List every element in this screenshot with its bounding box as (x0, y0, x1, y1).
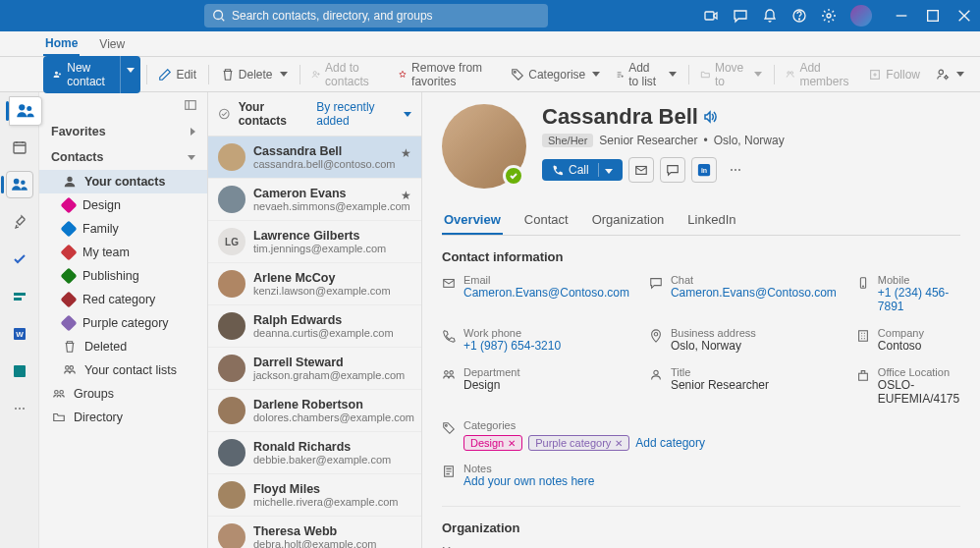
help-icon[interactable] (791, 8, 807, 24)
delete-button[interactable]: Delete (215, 64, 294, 85)
rail-files[interactable] (6, 208, 33, 236)
field-office: Office LocationOSLO-EUFEMIA/4175 (856, 366, 960, 406)
field-notes: Notes Add your own notes here (442, 463, 960, 488)
nav-item-publishing[interactable]: Publishing (39, 264, 207, 288)
add-notes-link[interactable]: Add your own notes here (463, 474, 594, 488)
nav-contacts[interactable]: Contacts (39, 144, 207, 170)
contact-name: Arlene McCoy (253, 271, 391, 285)
contact-name: Lawrence Gilberts (253, 229, 386, 243)
field-email: EmailCameron.Evans@Contoso.com (442, 274, 629, 313)
field-address: Business addressOslo, Norway (649, 327, 837, 353)
nav-item-my-team[interactable]: My team (39, 241, 207, 264)
group-icon (442, 368, 456, 382)
category-chip[interactable]: Purple category✕ (528, 435, 629, 451)
select-all-icon[interactable] (218, 107, 231, 121)
tab-contact[interactable]: Contact (522, 206, 571, 235)
more-actions[interactable]: ⋯ (723, 157, 748, 183)
svg-rect-22 (14, 293, 26, 296)
svg-point-34 (220, 109, 229, 118)
category-color-icon (61, 221, 78, 238)
svg-point-13 (788, 71, 790, 74)
nav-item-your-contacts[interactable]: Your contacts (39, 170, 207, 193)
search-placeholder: Search contacts, directory, and groups (232, 9, 433, 23)
add-to-list-button[interactable]: Add to list (610, 57, 681, 92)
nav-favorites[interactable]: Favorites (39, 119, 207, 144)
mobile-icon (856, 276, 870, 290)
office-icon (856, 368, 870, 382)
contact-row[interactable]: Ralph Edwardsdeanna.curtis@example.com (208, 305, 421, 348)
rail-more[interactable]: ⋯ (6, 395, 33, 422)
contact-row[interactable]: Darrell Stewardjackson.graham@example.co… (208, 348, 421, 390)
bell-icon[interactable] (762, 8, 778, 24)
tab-organization[interactable]: Organization (590, 206, 667, 235)
account-avatar[interactable] (850, 5, 872, 27)
rail-todo[interactable] (6, 246, 33, 273)
add-category-link[interactable]: Add category (635, 436, 705, 450)
linkedin-action[interactable]: in (691, 157, 717, 183)
nav-item-directory[interactable]: Directory (39, 406, 207, 429)
rail-calendar[interactable] (6, 134, 33, 161)
nav-item-red-category[interactable]: Red category (39, 288, 207, 311)
contact-email: jackson.graham@example.com (253, 369, 405, 381)
new-contact-button[interactable]: New contact (43, 56, 120, 93)
rail-people-popout[interactable] (9, 96, 42, 126)
close-button[interactable] (956, 8, 972, 24)
contact-name: Cameron Evans (253, 187, 410, 200)
nav-item-design[interactable]: Design (39, 193, 207, 217)
call-button[interactable]: Call (542, 159, 623, 181)
nav-item-your-contact-lists[interactable]: Your contact lists (39, 358, 207, 382)
favorite-star-icon[interactable]: ★ (401, 189, 411, 202)
pronounce-icon[interactable] (702, 109, 718, 125)
nav-item-label: Design (82, 198, 121, 212)
remove-favorites-button[interactable]: Remove from favorites (392, 57, 501, 92)
favorite-star-icon[interactable]: ★ (401, 146, 411, 160)
contact-row[interactable]: Floyd Milesmichelle.rivera@example.com (208, 474, 421, 517)
new-contact-dropdown[interactable] (120, 56, 140, 93)
contact-row[interactable]: Darlene Robertsondolores.chambers@exampl… (208, 390, 421, 432)
list-add-icon (616, 68, 625, 82)
meet-now-icon[interactable] (703, 8, 719, 24)
trash-icon (221, 68, 235, 82)
detail-tabs: Overview Contact Organization LinkedIn (442, 206, 960, 236)
rail-app-2[interactable] (6, 357, 33, 385)
presence-available-icon (503, 165, 524, 187)
search-input[interactable]: Search contacts, directory, and groups (204, 4, 548, 27)
tab-home[interactable]: Home (43, 32, 80, 56)
contact-avatar (218, 312, 245, 340)
contact-row[interactable]: Ronald Richardsdebbie.baker@example.com (208, 432, 421, 474)
chat-icon[interactable] (733, 8, 748, 24)
contact-row[interactable]: Theresa Webbdebra.holt@example.com (208, 517, 421, 548)
category-chip[interactable]: Design✕ (463, 435, 522, 451)
nav-item-deleted[interactable]: Deleted (39, 335, 207, 358)
nav-item-purple-category[interactable]: Purple category (39, 311, 207, 335)
contact-row[interactable]: Cassandra Bellcassandra.bell@contoso.com… (208, 137, 421, 179)
maximize-button[interactable] (925, 8, 941, 24)
svg-point-21 (21, 181, 26, 186)
minimize-button[interactable] (894, 8, 909, 24)
nav-item-family[interactable]: Family (39, 217, 207, 241)
tab-overview[interactable]: Overview (442, 206, 503, 235)
contact-row[interactable]: Arlene McCoykenzi.lawson@example.com (208, 263, 421, 305)
contact-row[interactable]: Cameron Evansnevaeh.simmons@example.com★ (208, 179, 421, 221)
rail-people[interactable] (6, 171, 33, 198)
nav-item-groups[interactable]: Groups (39, 382, 207, 406)
categorise-button[interactable]: Categorise (505, 64, 606, 85)
tab-linkedin[interactable]: LinkedIn (685, 206, 737, 235)
chat-action[interactable] (660, 157, 685, 183)
rail-app-1[interactable] (6, 283, 33, 310)
people-settings-button[interactable] (930, 64, 970, 85)
remove-category-icon[interactable]: ✕ (508, 438, 516, 449)
category-color-icon (61, 315, 78, 332)
contact-row[interactable]: LGLawrence Gilbertstim.jennings@example.… (208, 221, 421, 263)
field-mobile: Mobile+1 (234) 456-7891 (856, 274, 960, 313)
collapse-nav-icon[interactable] (184, 98, 197, 112)
email-action[interactable] (628, 157, 654, 183)
tab-view[interactable]: View (97, 33, 127, 55)
folder-icon (52, 411, 66, 424)
settings-icon[interactable] (821, 8, 837, 24)
rail-word[interactable]: W (6, 320, 33, 348)
svg-point-32 (55, 391, 59, 395)
edit-button[interactable]: Edit (152, 64, 202, 85)
remove-category-icon[interactable]: ✕ (615, 438, 623, 449)
sort-button[interactable]: By recently added (316, 100, 411, 128)
